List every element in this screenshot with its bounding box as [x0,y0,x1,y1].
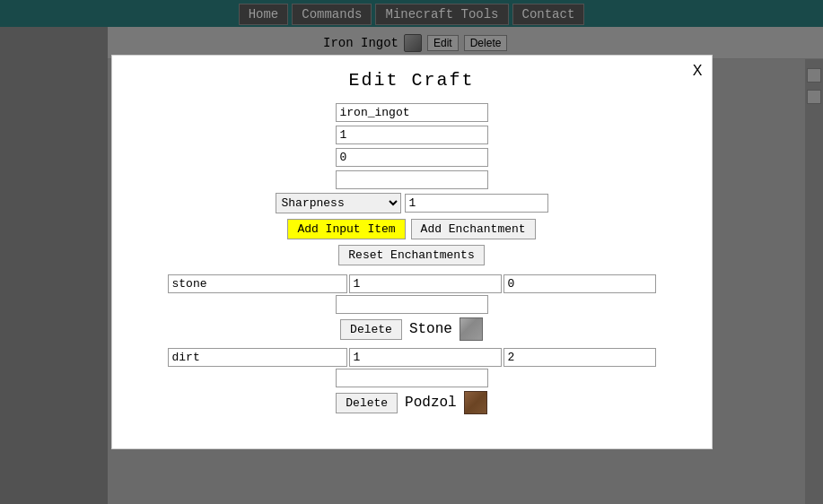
modal-title: Edit Craft [127,70,697,91]
stone-qty-input[interactable] [349,274,502,293]
item-id-row [127,103,697,122]
stone-blank-input[interactable] [336,295,488,314]
dirt-action-row: Delete Podzol [127,391,697,414]
stone-name-input[interactable] [168,274,347,293]
dirt-blank-input[interactable] [336,369,488,387]
stone-item-section: Delete Stone [127,274,697,341]
qty-input[interactable] [336,126,488,144]
stone-delete-button[interactable]: Delete [340,319,402,340]
dirt-qty-input[interactable] [349,348,502,367]
dirt-name-input[interactable] [168,348,347,367]
zero-input[interactable] [336,148,488,167]
dirt-item-section: Delete Podzol [127,348,697,414]
enchantment-row: Sharpness Fire Aspect Knockback Looting … [127,193,697,213]
stone-display-name: Stone [409,321,452,337]
qty-row [127,126,697,144]
dirt-blank-row [127,369,697,387]
dirt-inputs-row [127,348,697,367]
dirt-block-icon [464,391,487,414]
modal-overlay: X Edit Craft Sharpness Fire Aspect Knock… [0,0,823,504]
action-buttons-row: Add Input Item Add Enchantment [127,219,697,239]
item-id-input[interactable] [336,103,488,122]
dirt-display-name: Podzol [405,395,457,411]
modal-close-button[interactable]: X [693,63,703,79]
stone-blank-row [127,295,697,314]
enchant-level-input[interactable] [405,194,548,213]
zero-row [127,148,697,167]
stone-block-icon [460,317,483,341]
stone-num-input[interactable] [503,274,656,293]
edit-craft-modal: X Edit Craft Sharpness Fire Aspect Knock… [111,55,713,449]
blank-row [127,170,697,189]
reset-enchantments-row: Reset Enchantments [127,245,697,265]
stone-inputs-row [127,274,697,293]
add-enchantment-button[interactable]: Add Enchantment [411,219,536,239]
reset-enchantments-button[interactable]: Reset Enchantments [338,245,484,265]
blank-input[interactable] [336,170,488,189]
dirt-num-input[interactable] [503,348,656,367]
stone-action-row: Delete Stone [127,317,697,341]
add-input-item-button[interactable]: Add Input Item [287,219,405,239]
dirt-delete-button[interactable]: Delete [336,393,398,413]
enchantment-select[interactable]: Sharpness Fire Aspect Knockback Looting … [276,193,401,213]
